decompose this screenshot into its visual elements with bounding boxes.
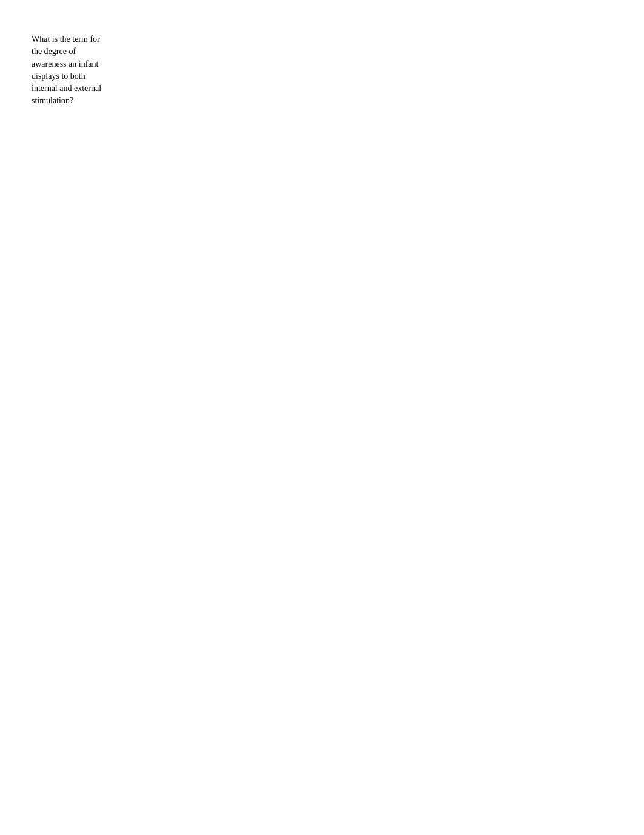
question-text: What is the term for the degree of aware… <box>32 33 110 107</box>
